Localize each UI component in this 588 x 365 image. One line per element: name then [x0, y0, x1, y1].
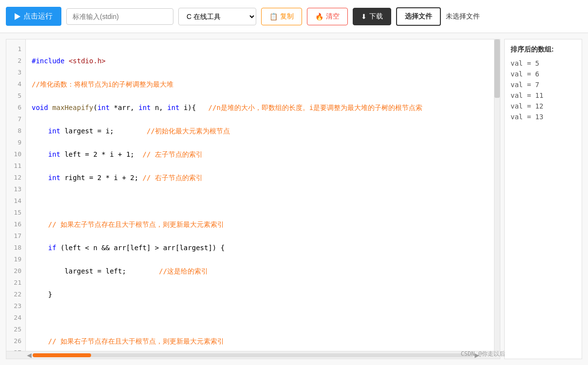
csdn-credit: CSDN @你走以后 [461, 350, 505, 358]
vertical-scrollbar[interactable] [494, 39, 500, 351]
code-line-1: #include <stdio.h> [32, 55, 488, 67]
copy-button[interactable]: 📋 复制 [261, 8, 302, 25]
clear-icon: 🔥 [315, 13, 323, 20]
scroll-left-btn[interactable]: ◀ [26, 350, 33, 359]
copy-icon: 📋 [269, 13, 278, 20]
horizontal-scrollbar[interactable]: ◀ ▶ [6, 351, 500, 359]
copy-label: 复制 [280, 12, 294, 21]
run-label: 点击运行 [23, 12, 53, 21]
code-line-5: int left = 2 * i + 1; // 左子节点的索引 [32, 148, 488, 160]
code-line-13: // 如果右子节点存在且大于根节点，则更新最大元素索引 [32, 335, 488, 347]
code-line-6: int right = 2 * i + 2; // 右子节点的索引 [32, 172, 488, 183]
download-button[interactable]: ⬇ 下载 [353, 8, 391, 25]
code-editor[interactable]: 12345 678910 1112131415 1617181920 21222… [6, 39, 500, 351]
v-scrollbar-thumb [494, 39, 500, 98]
choose-file-button[interactable]: 选择文件 [396, 7, 441, 26]
clear-button[interactable]: 🔥 清空 [307, 8, 348, 25]
code-line-4: int largest = i; //初始化最大元素为根节点 [32, 125, 488, 137]
output-line: val = 5 [511, 58, 576, 69]
run-button[interactable]: 点击运行 [6, 7, 61, 26]
code-line-9: if (left < n && arr[left] > arr[largest]… [32, 242, 488, 254]
output-line: val = 7 [511, 79, 576, 90]
scrollbar-track [33, 353, 474, 357]
code-line-7 [32, 195, 488, 207]
stdin-input[interactable] [66, 8, 173, 25]
scrollbar-thumb [33, 353, 91, 357]
output-lines: val = 5val = 6val = 7val = 11val = 12val… [511, 58, 576, 122]
code-line-3: void maxHeapify(int *arr, int n, int i){… [32, 102, 488, 113]
main-content: 12345 678910 1112131415 1617181920 21222… [0, 33, 588, 365]
output-line: val = 13 [511, 111, 576, 122]
code-line-11: } [32, 289, 488, 300]
choose-file-label: 选择文件 [405, 12, 432, 20]
output-line: val = 6 [511, 69, 576, 79]
code-line-12 [32, 312, 488, 324]
code-content[interactable]: #include <stdio.h> //堆化函数：将根节点为i的子树调整为最大… [26, 39, 494, 351]
code-line-10: largest = left; //这是给的索引 [32, 265, 488, 277]
clear-label: 清空 [326, 12, 340, 21]
output-line: val = 11 [511, 90, 576, 101]
toolbar: 点击运行 C 在线工具 📋 复制 🔥 清空 ⬇ 下载 选择文件 未选择文件 [0, 0, 588, 33]
play-icon [15, 13, 20, 20]
language-select[interactable]: C 在线工具 [178, 8, 256, 25]
download-icon: ⬇ [361, 13, 367, 20]
code-line-8: // 如果左子节点存在且大于根节点，则更新最大元素索引 [32, 219, 488, 230]
no-file-text: 未选择文件 [446, 12, 480, 21]
download-label: 下载 [369, 12, 383, 21]
output-panel: 排序后的数组: val = 5val = 6val = 7val = 11val… [504, 39, 582, 359]
output-line: val = 12 [511, 101, 576, 111]
line-numbers: 12345 678910 1112131415 1617181920 21222… [6, 39, 26, 351]
code-line-2: //堆化函数：将根节点为i的子树调整为最大堆 [32, 78, 488, 90]
output-title: 排序后的数组: [511, 45, 576, 54]
code-panel: 12345 678910 1112131415 1617181920 21222… [6, 39, 500, 359]
